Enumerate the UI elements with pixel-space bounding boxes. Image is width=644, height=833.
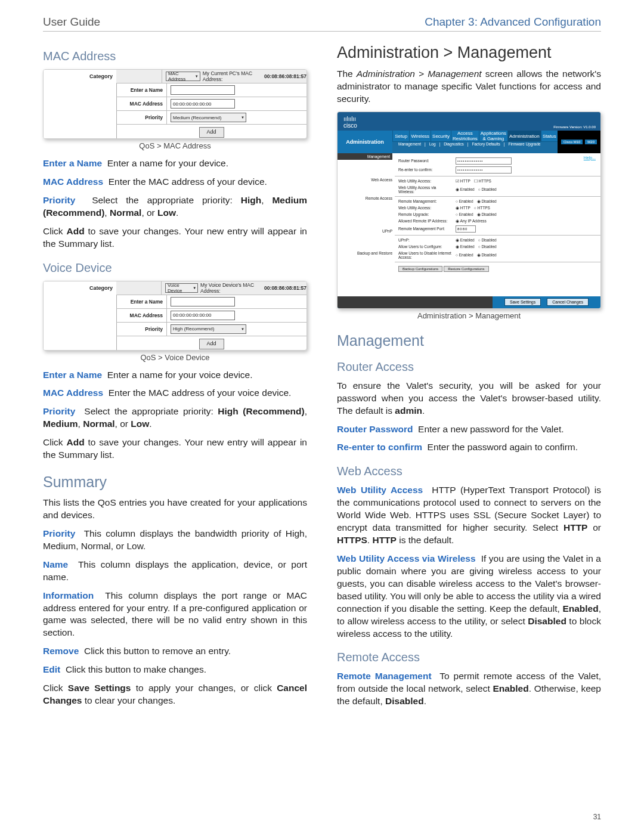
- remote-port-input[interactable]: 8080: [456, 225, 476, 233]
- para-admin-intro: The Administration > Management screen a…: [337, 68, 601, 106]
- tab-access-restrictions[interactable]: Access Restrictions: [451, 131, 479, 142]
- upnp-disabled-radio[interactable]: Disabled: [478, 238, 497, 242]
- voice-enter-name-input[interactable]: [171, 297, 235, 306]
- caption-admin: Administration > Management: [337, 311, 601, 320]
- priority-dropdown[interactable]: Medium (Recommend): [171, 113, 246, 122]
- qos-voice-dropdown[interactable]: Voice Device: [165, 283, 198, 293]
- para-summary-intro: This lists the QoS entries you have crea…: [43, 497, 307, 522]
- remote-http-radio[interactable]: HTTP: [456, 206, 470, 210]
- auc-enabled-radio[interactable]: Enabled: [456, 244, 475, 249]
- subtab-management[interactable]: Management: [396, 142, 421, 153]
- https-checkbox[interactable]: HTTPS: [474, 179, 491, 184]
- subtab-log[interactable]: Log: [429, 142, 436, 153]
- para-summary-priority: Priority This column displays the bandwi…: [43, 528, 307, 553]
- voice-mac-label: MAC Address: [116, 309, 167, 322]
- screenshot-qos-mac: Category MAC Address My Current PC's MAC…: [43, 69, 307, 139]
- tab-status[interactable]: Status: [541, 131, 558, 142]
- para-reenter-confirm: Re-enter to confirm Enter the password a…: [337, 441, 601, 454]
- para-voice-priority: Priority Select the appropriate priority…: [43, 405, 307, 431]
- backup-button[interactable]: Backup Configurations: [398, 266, 442, 272]
- tab-applications-gaming[interactable]: Applications & Gaming: [479, 131, 507, 142]
- page-number: 31: [593, 813, 601, 821]
- voice-enter-name-label: Enter a Name: [116, 295, 167, 308]
- mac-address-label: MAC Address: [116, 97, 167, 110]
- qos-mac-dropdown[interactable]: MAC Address: [166, 72, 200, 81]
- auc-disabled-radio[interactable]: Disabled: [478, 244, 497, 249]
- upgrade-enabled-radio[interactable]: Enabled: [456, 212, 473, 216]
- model-box: Cisco M10M20: [558, 131, 600, 153]
- para-web-utility-wireless: Web Utility Access via Wireless If you a…: [337, 553, 601, 640]
- para-web-utility-access: Web Utility Access HTTP (HyperText Trans…: [337, 484, 601, 547]
- screenshot-admin-management: ıılıılııcisco Firmware Version: V1.0.00 …: [337, 112, 601, 309]
- aud-disabled-radio[interactable]: Disabled: [477, 253, 497, 258]
- heading-web-access: Web Access: [337, 465, 601, 478]
- help-link[interactable]: Help...: [584, 156, 596, 160]
- screenshot-qos-voice: Category Voice Device My Voice Device's …: [43, 281, 307, 351]
- heading-mac-address: MAC Address: [43, 49, 307, 63]
- confact-password-input[interactable]: ••••••••••••••: [456, 166, 512, 174]
- para-remote-management: Remote Management To permit remote acces…: [337, 670, 601, 708]
- para-mac-enter-name: Enter a Name Enter a name for your devic…: [43, 157, 307, 170]
- voice-priority-dropdown[interactable]: High (Recommend): [171, 324, 246, 334]
- right-column: Administration > Management The Administ…: [337, 39, 601, 714]
- remote-https-radio[interactable]: HTTPS: [474, 206, 490, 210]
- heading-remote-access: Remote Access: [337, 651, 601, 664]
- para-summary-name: Name This column displays the applicatio…: [43, 559, 307, 584]
- tab-setup[interactable]: Setup: [392, 131, 409, 142]
- wireless-enabled-radio[interactable]: Enabled: [456, 187, 475, 192]
- firmware-version: Firmware Version: V1.0.00: [553, 125, 596, 129]
- subtab-diagnostics[interactable]: Diagnostics: [444, 142, 464, 153]
- remote-enabled-radio[interactable]: Enabled: [456, 199, 473, 203]
- header-left: User Guide: [43, 16, 100, 29]
- voice-mac-input[interactable]: 00:00:00:00:00:00: [171, 311, 235, 320]
- subtab-firmware-upgrade[interactable]: Firmware Upgrade: [509, 142, 541, 153]
- caption-qos-voice: QoS > Voice Device: [43, 353, 307, 362]
- upnp-enabled-radio[interactable]: Enabled: [456, 238, 475, 243]
- remote-disabled-radio[interactable]: Disabled: [477, 199, 497, 204]
- mac-address-input[interactable]: 00:00:00:00:00:00: [171, 99, 235, 109]
- qos-category-label: Category: [89, 73, 113, 79]
- para-mac-priority: Priority Select the appropriate priority…: [43, 194, 307, 219]
- save-settings-button[interactable]: Save Settings: [504, 298, 541, 306]
- voice-add-button[interactable]: Add: [199, 339, 224, 349]
- tab-wireless[interactable]: Wireless: [409, 131, 431, 142]
- tab-administration[interactable]: Administration: [507, 131, 541, 142]
- http-checkbox[interactable]: HTTP: [456, 179, 470, 184]
- subtab-factory-defaults[interactable]: Factory Defaults: [472, 142, 500, 153]
- heading-admin-management: Administration > Management: [337, 44, 601, 62]
- voice-priority-label: Priority: [116, 323, 167, 336]
- para-mac-add: Click Add to save your changes. Your new…: [43, 225, 307, 250]
- para-router-access: To ensure the Valet's security, you will…: [337, 380, 601, 417]
- para-summary-edit: Edit Click this button to make changes.: [43, 664, 307, 676]
- left-column: MAC Address Category MAC Address My Curr…: [43, 39, 307, 714]
- page-header: User Guide Chapter 3: Advanced Configura…: [43, 16, 601, 32]
- para-summary-save: Click Save Settings to apply your change…: [43, 682, 307, 707]
- para-mac-address: MAC Address Enter the MAC address of you…: [43, 176, 307, 188]
- qos-voice-category-label: Category: [89, 285, 113, 291]
- add-button[interactable]: Add: [199, 127, 224, 138]
- qos-mac-current-label: My Current PC's MAC Address:: [203, 70, 262, 82]
- router-password-input[interactable]: ••••••••••••••: [456, 157, 512, 165]
- heading-summary: Summary: [43, 473, 307, 491]
- admin-sidebar: Management Web Access Remote Access UPnP…: [338, 153, 395, 296]
- cancel-changes-button[interactable]: Cancel Changes: [547, 298, 589, 306]
- admin-main-panel: Help... Router Password:•••••••••••••• R…: [395, 153, 600, 296]
- heading-voice-device: Voice Device: [43, 261, 307, 275]
- anyip-radio[interactable]: Any IP Address: [456, 219, 487, 224]
- qos-mac-current-value: 00:08:86:08:81:57: [264, 73, 306, 79]
- para-voice-enter-name: Enter a Name Enter a name for your voice…: [43, 369, 307, 382]
- restore-button[interactable]: Restore Configurations: [444, 266, 488, 272]
- qos-voice-current-value: 00:08:86:08:81:57: [264, 285, 306, 291]
- header-right: Chapter 3: Advanced Configuration: [425, 16, 601, 29]
- para-summary-info: Information This column displays the por…: [43, 590, 307, 640]
- heading-router-access: Router Access: [337, 360, 601, 374]
- aud-enabled-radio[interactable]: Enabled: [456, 253, 473, 257]
- priority-label: Priority: [116, 111, 167, 124]
- tab-security[interactable]: Security: [431, 131, 451, 142]
- section-title: Administration: [338, 131, 392, 153]
- enter-name-input[interactable]: [171, 85, 235, 95]
- para-voice-add: Click Add to save your changes. Your new…: [43, 436, 307, 462]
- upgrade-disabled-radio[interactable]: Disabled: [477, 212, 497, 217]
- para-router-password: Router Password Enter a new password for…: [337, 423, 601, 436]
- wireless-disabled-radio[interactable]: Disabled: [478, 187, 497, 191]
